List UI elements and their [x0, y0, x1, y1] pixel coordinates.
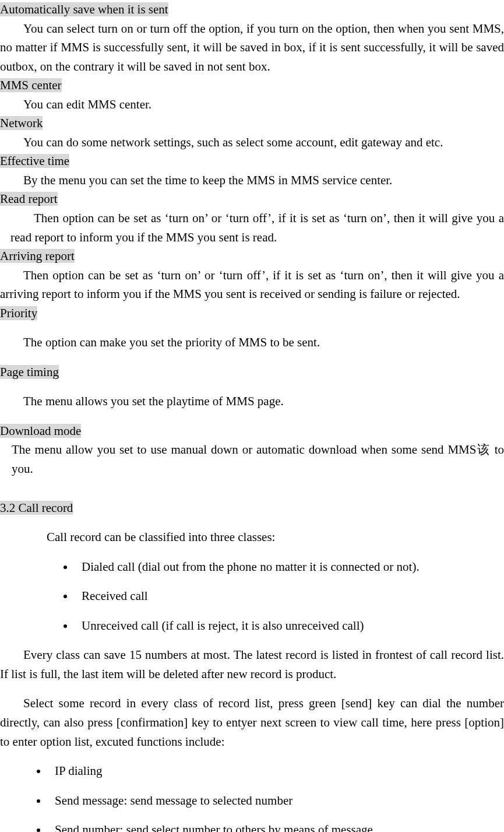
heading-text: Read report [0, 192, 58, 206]
para-network: You can do some network settings, such a… [0, 133, 504, 152]
heading-text: MMS center [0, 78, 62, 92]
heading-text: Page timing [0, 365, 59, 379]
heading-download-mode: Download mode [0, 422, 504, 441]
list-item: IP dialing [48, 761, 504, 781]
list-call-functions: IP dialing Send message: send message to… [48, 761, 504, 832]
heading-text: Automatically save when it is sent [0, 2, 168, 16]
heading-auto-save: Automatically save when it is sent [0, 0, 504, 19]
heading-effective-time: Effective time [0, 152, 504, 171]
heading-text: 3.2 Call record [0, 501, 73, 515]
para-arriving-report: Then option can be set as ‘turn on’ or ‘… [0, 266, 504, 304]
list-call-classes: Dialed call (dial out from the phone no … [75, 557, 504, 636]
heading-read-report: Read report [0, 189, 504, 209]
heading-call-record: 3.2 Call record [0, 499, 504, 518]
heading-text: Download mode [0, 424, 81, 438]
heading-network: Network [0, 114, 504, 133]
para-download-mode: The menu allow you set to use manual dow… [0, 440, 504, 478]
heading-text: Arriving report [0, 249, 75, 263]
list-item: Send message: send message to selected n… [48, 791, 504, 810]
para-call-record-save: Every class can save 15 numbers at most.… [0, 645, 504, 683]
para-call-record-select: Select some record in every class of rec… [0, 694, 504, 751]
para-auto-save: You can select turn on or turn off the o… [0, 19, 504, 76]
heading-text: Priority [0, 306, 37, 320]
para-mms-center: You can edit MMS center. [0, 95, 504, 114]
list-item: Send number: send select number to other… [48, 820, 504, 832]
list-item: Dialed call (dial out from the phone no … [75, 557, 504, 577]
list-item: Received call [75, 587, 504, 606]
para-call-record-intro: Call record can be classified into three… [0, 528, 504, 547]
para-priority: The option can make you set the priority… [0, 333, 504, 352]
heading-mms-center: MMS center [0, 76, 504, 95]
heading-text: Effective time [0, 154, 69, 168]
para-read-report: Then option can be set as ‘turn on’ or ‘… [0, 209, 504, 247]
para-page-timing: The menu allows you set the playtime of … [0, 392, 504, 411]
heading-text: Network [0, 116, 43, 130]
para-effective-time: By the menu you can set the time to keep… [0, 171, 504, 190]
heading-page-timing: Page timing [0, 363, 504, 382]
heading-priority: Priority [0, 304, 504, 323]
heading-arriving-report: Arriving report [0, 247, 504, 266]
list-item: Unreceived call (if call is reject, it i… [75, 616, 504, 636]
